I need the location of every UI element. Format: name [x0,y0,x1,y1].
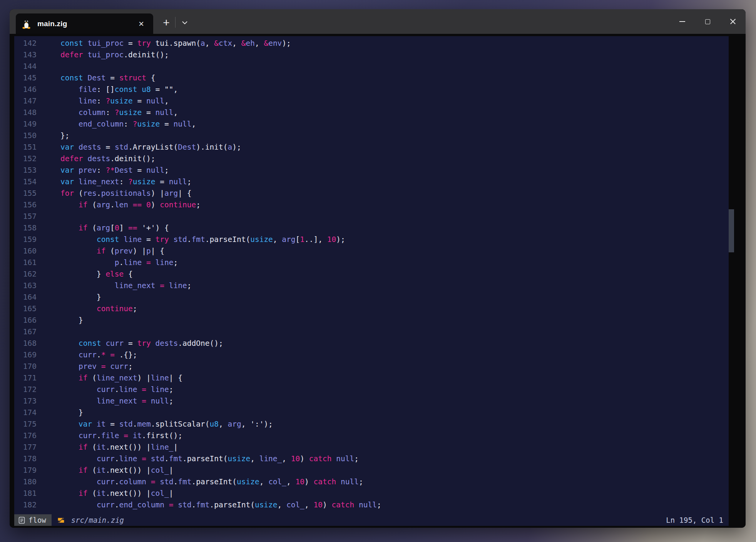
titlebar[interactable]: main.zig × + [10,9,746,34]
line-number: 160 [14,245,37,257]
line-number: 158 [14,222,37,234]
code-line: 169 curr.* = .{}; [14,349,729,361]
code-line: 142 const tui_proc = try tui.spawn(a, &c… [14,38,729,49]
code-line: 154 var line_next: ?usize = null; [14,176,729,188]
mode-badge[interactable]: flow [14,514,52,526]
close-icon [730,18,736,25]
code-text: curr.* = .{}; [37,349,137,361]
code-line: 176 curr.file = it.first(); [14,430,729,442]
code-text: const curr = try dests.addOne(); [37,338,223,349]
code-line: 147 line: ?usize = null, [14,95,729,107]
chevron-down-icon [182,21,188,25]
code-line: 180 curr.column = std.fmt.parseInt(usize… [14,476,729,488]
new-tab-button[interactable]: + [157,15,175,31]
code-line: 182 curr.end_column = std.fmt.parseInt(u… [14,499,729,511]
line-number: 181 [14,488,37,499]
line-number: 154 [14,176,37,188]
code-text: end_column: ?usize = null, [37,118,196,130]
code-line: 167 [14,326,729,338]
code-text: const tui_proc = try tui.spawn(a, &ctx, … [37,38,291,49]
mode-label: flow [28,516,46,524]
line-number: 171 [14,372,37,384]
line-number: 173 [14,395,37,407]
code-line: 177 if (it.next()) |line_| [14,442,729,453]
statusbar-cursor-position: Ln 195, Col 1 [666,516,729,524]
code-text: file: []const u8 = "", [37,84,178,95]
line-number: 143 [14,49,37,61]
tab-main-zig[interactable]: main.zig × [16,13,153,34]
code-editor[interactable]: 142 const tui_proc = try tui.spawn(a, &c… [14,36,729,514]
code-line: 170 prev = curr; [14,361,729,372]
code-text: } [37,292,101,303]
line-number: 155 [14,188,37,199]
code-line: 168 const curr = try dests.addOne(); [14,338,729,349]
line-number: 174 [14,407,37,419]
code-text: curr.line = std.fmt.parseInt(usize, line… [37,453,359,465]
code-text: } [37,315,83,326]
code-line: 160 if (prev) |p| { [14,245,729,257]
line-number: 147 [14,95,37,107]
code-text: var dests = std.ArrayList(Dest).init(a); [37,142,241,153]
terminal-screen[interactable]: 142 const tui_proc = try tui.spawn(a, &c… [14,36,729,526]
code-line: 143 defer tui_proc.deinit(); [14,49,729,61]
code-text: line_next = null; [37,395,174,407]
code-line: 145 const Dest = struct { [14,72,729,84]
code-text: line_next = line; [37,280,191,292]
line-number: 179 [14,465,37,476]
tab-close-icon[interactable]: × [135,17,148,30]
code-text [37,211,42,222]
code-line: 144 [14,61,729,72]
code-text: } else { [37,268,133,280]
code-line: 159 const line = try std.fmt.parseInt(us… [14,234,729,245]
code-line: 161 p.line = line; [14,257,729,268]
code-text: var prev: ?*Dest = null; [37,165,169,176]
code-line: 171 if (line_next) |line| { [14,372,729,384]
code-line: 166 } [14,315,729,326]
line-number: 175 [14,419,37,430]
window-controls [669,9,746,34]
code-text: continue; [37,303,137,315]
code-text: if (arg[0] == '+') { [37,222,169,234]
line-number: 153 [14,165,37,176]
line-number: 167 [14,326,37,338]
code-line: 164 } [14,292,729,303]
document-icon [18,517,25,524]
code-text: } [37,407,83,419]
code-text: }; [37,130,69,142]
line-number: 157 [14,211,37,222]
line-number: 156 [14,199,37,211]
line-number: 164 [14,292,37,303]
code-text: column: ?usize = null, [37,107,178,118]
code-line: 162 } else { [14,268,729,280]
line-number: 176 [14,430,37,442]
tabbar-separator [175,17,176,28]
close-button[interactable] [720,9,746,34]
line-number: 161 [14,257,37,268]
code-line: 155 for (res.positionals) |arg| { [14,188,729,199]
zig-logo-icon [57,516,65,524]
code-line: 157 [14,211,729,222]
line-number: 169 [14,349,37,361]
line-number: 144 [14,61,37,72]
maximize-button[interactable] [695,9,720,34]
code-text [37,61,42,72]
code-text: if (it.next()) |col_| [37,465,174,476]
code-text: prev = curr; [37,361,133,372]
line-number: 142 [14,38,37,49]
code-text: const Dest = struct { [37,72,156,84]
minimize-button[interactable] [669,9,695,34]
code-text: if (prev) |p| { [37,245,164,257]
scrollbar-thumb[interactable] [729,209,734,252]
code-lines: 142 const tui_proc = try tui.spawn(a, &c… [14,38,729,511]
line-number: 177 [14,442,37,453]
line-number: 148 [14,107,37,118]
code-line: 151 var dests = std.ArrayList(Dest).init… [14,142,729,153]
code-text: curr.file = it.first(); [37,430,182,442]
code-line: 158 if (arg[0] == '+') { [14,222,729,234]
line-number: 182 [14,499,37,511]
maximize-icon [705,19,710,24]
tab-dropdown-button[interactable] [176,15,194,31]
code-text [37,326,42,338]
line-number: 151 [14,142,37,153]
code-text: line: ?usize = null, [37,95,169,107]
